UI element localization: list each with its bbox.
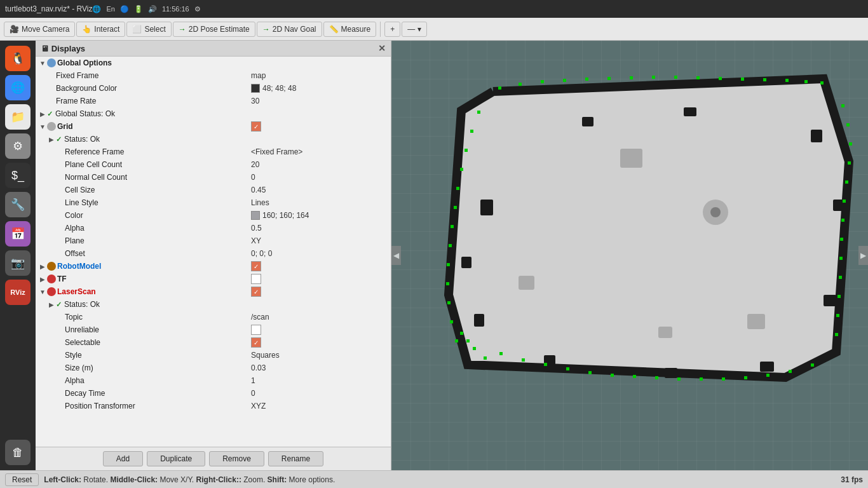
laserscan-arrow[interactable]: ▼ <box>38 288 47 295</box>
displays-close-button[interactable]: ✕ <box>378 43 386 53</box>
line-style-value[interactable]: Lines <box>251 198 391 207</box>
offset-value[interactable]: 0; 0; 0 <box>251 249 391 258</box>
settings-icon[interactable]: ⚙ <box>5 133 31 159</box>
grid-checkbox[interactable]: ✓ <box>251 121 391 132</box>
measure-button[interactable]: 📏 Measure <box>323 22 377 37</box>
normal-cell-count-value[interactable]: 0 <box>251 173 391 182</box>
decay-time-row[interactable]: Decay Time 0 <box>36 387 391 400</box>
offset-row[interactable]: Offset 0; 0; 0 <box>36 247 391 260</box>
fixed-frame-value[interactable]: map <box>251 71 391 80</box>
selectable-checkbox[interactable]: ✓ <box>251 337 391 348</box>
line-style-label: Line Style <box>64 198 251 207</box>
reference-frame-value[interactable]: <Fixed Frame> <box>251 147 391 156</box>
grid-checked-icon: ✓ <box>251 121 261 132</box>
laserscan-alpha-row[interactable]: Alpha 1 <box>36 374 391 387</box>
grid-arrow[interactable]: ▼ <box>38 123 47 130</box>
global-status-row[interactable]: ▶ ✓ Global Status: Ok <box>36 107 391 120</box>
fixed-frame-row[interactable]: Fixed Frame map <box>36 69 391 82</box>
unreliable-row[interactable]: Unreliable <box>36 323 391 336</box>
remove-button[interactable]: Remove <box>209 451 264 466</box>
toolbar-extra-button[interactable]: — ▾ <box>402 22 427 37</box>
frame-rate-row[interactable]: Frame Rate 30 <box>36 95 391 107</box>
topic-value[interactable]: /scan <box>251 313 391 322</box>
grid-status-label: Status: Ok <box>63 135 391 144</box>
move-camera-button[interactable]: 🎥 Move Camera <box>4 22 75 37</box>
trash-icon[interactable]: 🗑 <box>5 440 31 465</box>
svg-rect-25 <box>652 76 655 79</box>
reset-button[interactable]: Reset <box>5 473 39 486</box>
rviz-icon[interactable]: RViz <box>5 280 31 305</box>
viewport-right-arrow[interactable]: ▶ <box>858 246 868 265</box>
topic-row[interactable]: Topic /scan <box>36 311 391 323</box>
laserscan-status-arrow[interactable]: ▶ <box>47 301 56 308</box>
laserscan-row[interactable]: ▼ LaserScan ✓ <box>36 285 391 298</box>
viewport[interactable]: ◀ ▶ <box>391 41 868 470</box>
selectable-row[interactable]: Selectable ✓ <box>36 336 391 349</box>
background-color-row[interactable]: Background Color 48; 48; 48 <box>36 82 391 95</box>
plane-cell-count-row[interactable]: Plane Cell Count 20 <box>36 158 391 171</box>
position-transformer-row[interactable]: Position Transformer XYZ <box>36 400 391 412</box>
global-options-arrow[interactable]: ▼ <box>38 60 47 67</box>
svg-rect-69 <box>454 206 457 209</box>
select-button[interactable]: ⬜ Select <box>126 22 171 37</box>
background-color-value[interactable]: 48; 48; 48 <box>251 84 391 93</box>
displays-scroll-area[interactable]: ▼ Global Options Fixed Frame map Backgro… <box>36 57 391 447</box>
style-value[interactable]: Squares <box>251 351 391 360</box>
global-status-arrow[interactable]: ▶ <box>38 111 47 118</box>
decay-time-value[interactable]: 0 <box>251 389 391 398</box>
style-row[interactable]: Style Squares <box>36 349 391 362</box>
laserscan-status-row[interactable]: ▶ ✓ Status: Ok <box>36 298 391 311</box>
grid-row[interactable]: ▼ Grid ✓ <box>36 120 391 133</box>
ubuntu-icon[interactable]: 🐧 <box>5 46 31 71</box>
grid-alpha-row[interactable]: Alpha 0.5 <box>36 222 391 234</box>
frame-rate-value[interactable]: 30 <box>251 97 391 105</box>
position-transformer-value[interactable]: XYZ <box>251 402 391 410</box>
svg-rect-62 <box>455 339 458 342</box>
gear-icon[interactable]: 🔧 <box>5 192 31 217</box>
grid-color-value[interactable]: 160; 160; 164 <box>251 211 391 220</box>
plane-cell-count-value[interactable]: 20 <box>251 160 391 169</box>
normal-cell-count-row[interactable]: Normal Cell Count 0 <box>36 171 391 184</box>
tf-checkbox[interactable] <box>251 274 391 284</box>
cell-size-row[interactable]: Cell Size 0.45 <box>36 184 391 196</box>
grid-color-row[interactable]: Color 160; 160; 164 <box>36 209 391 222</box>
grid-status-arrow[interactable]: ▶ <box>47 136 56 143</box>
duplicate-button[interactable]: Duplicate <box>147 451 205 466</box>
grid-alpha-value[interactable]: 0.5 <box>251 224 391 233</box>
chrome-icon[interactable]: 🌐 <box>5 75 31 100</box>
camera-icon[interactable]: 📷 <box>5 250 31 276</box>
viewport-left-arrow[interactable]: ◀ <box>391 246 401 265</box>
robot-model-row[interactable]: ▶ RobotModel ✓ <box>36 260 391 273</box>
rename-button[interactable]: Rename <box>268 451 323 466</box>
select-icon: ⬜ <box>132 25 142 34</box>
size-value[interactable]: 0.03 <box>251 363 391 372</box>
global-options-row[interactable]: ▼ Global Options <box>36 57 391 69</box>
add-button[interactable]: Add <box>103 451 143 466</box>
svg-rect-36 <box>849 142 852 146</box>
cell-size-value[interactable]: 0.45 <box>251 186 391 194</box>
reference-frame-row[interactable]: Reference Frame <Fixed Frame> <box>36 146 391 158</box>
terminal-icon[interactable]: $_ <box>5 163 31 188</box>
svg-rect-4 <box>811 130 822 142</box>
tf-row[interactable]: ▶ TF <box>36 273 391 285</box>
robot-model-checkbox[interactable]: ✓ <box>251 261 391 271</box>
files-icon[interactable]: 📁 <box>5 104 31 130</box>
statusbar: Reset Left-Click: Rotate. Middle-Click: … <box>0 470 868 488</box>
tf-arrow[interactable]: ▶ <box>38 276 47 283</box>
line-style-row[interactable]: Line Style Lines <box>36 196 391 209</box>
plane-row[interactable]: Plane XY <box>36 234 391 247</box>
plane-value[interactable]: XY <box>251 236 391 245</box>
add-toolbar-button[interactable]: + <box>384 22 400 37</box>
pose-estimate-button[interactable]: → 2D Pose Estimate <box>173 22 255 37</box>
laserscan-checkbox[interactable]: ✓ <box>251 287 391 297</box>
svg-rect-45 <box>836 314 839 317</box>
grid-status-row[interactable]: ▶ ✓ Status: Ok <box>36 133 391 146</box>
nav-goal-button[interactable]: → 2D Nav Goal <box>257 22 322 37</box>
laserscan-alpha-value[interactable]: 1 <box>251 376 391 385</box>
interact-button[interactable]: 👆 Interact <box>76 22 125 37</box>
unreliable-checkbox[interactable] <box>251 325 391 335</box>
robot-model-arrow[interactable]: ▶ <box>38 263 47 270</box>
selectable-checked-icon: ✓ <box>251 337 261 348</box>
calendar-icon[interactable]: 📅 <box>5 221 31 247</box>
size-row[interactable]: Size (m) 0.03 <box>36 362 391 374</box>
